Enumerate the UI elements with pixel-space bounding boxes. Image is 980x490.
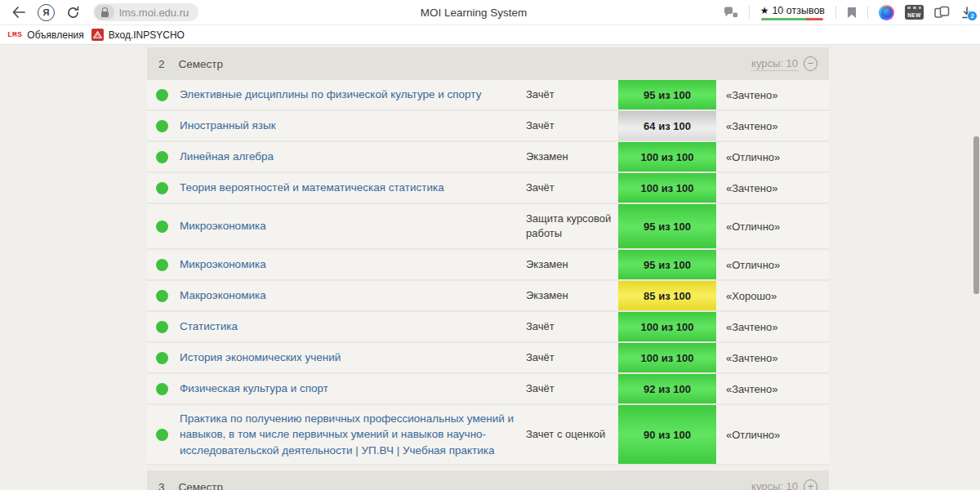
grade-text: «Отлично»	[726, 220, 780, 233]
bookmark-announcements[interactable]: LMS Объявления	[7, 29, 84, 41]
course-link[interactable]: Теория вероятностей и математическая ста…	[180, 175, 526, 201]
course-link[interactable]: Физическая культура и спорт	[180, 376, 526, 402]
address-bar[interactable]: lms.moi.edu.ru	[93, 3, 198, 21]
course-link[interactable]: Макроэкономика	[180, 283, 526, 309]
toolbar-divider	[749, 6, 750, 19]
semester-2-header: 2 Семестр курсы: 10 −	[147, 47, 829, 80]
score-cell: 90 из 100	[618, 405, 716, 464]
assessment-type: Зачёт	[526, 381, 616, 396]
star-icon: ★	[760, 5, 769, 16]
score-cell: 92 из 100	[618, 374, 716, 403]
feedback-button[interactable]	[724, 6, 738, 19]
grade-text: «Зачтено»	[726, 89, 777, 101]
status-dot-icon	[156, 290, 168, 302]
side-panels-button[interactable]	[934, 6, 950, 19]
semester-number: 2	[158, 58, 165, 70]
reviews-count-label: 10 отзывов	[772, 5, 825, 16]
grade-text: «Зачтено»	[726, 120, 777, 132]
status-dot-icon	[156, 383, 168, 395]
grade-text: «Хорошо»	[726, 290, 777, 302]
page-title: MOI Learning System	[245, 7, 702, 19]
course-link[interactable]: Элективные дисциплины по физической куль…	[180, 82, 526, 108]
status-dot-icon	[156, 151, 168, 163]
course-table-body: Элективные дисциплины по физической куль…	[147, 80, 829, 466]
grade-text: «Отлично»	[726, 259, 780, 271]
assessment-type: Защита курсовой работы	[526, 212, 616, 240]
course-link[interactable]: Микроэкономика	[180, 252, 526, 278]
assessment-type: Зачёт	[526, 180, 616, 195]
grade-text: «Зачтено»	[726, 383, 777, 395]
bookmark-label: Объявления	[27, 29, 83, 41]
browser-protect-icon[interactable]	[879, 5, 894, 20]
score-cell: 85 из 100	[618, 281, 716, 310]
reviews-rating[interactable]: ★ 10 отзывов	[760, 5, 825, 20]
video-new-button[interactable]: NEW	[905, 5, 924, 20]
courses-count-link[interactable]: курсы: 10	[751, 57, 798, 71]
bookmark-button[interactable]	[847, 7, 857, 19]
course-row: Элективные дисциплины по физической куль…	[147, 80, 829, 111]
semester-number: 3	[158, 481, 165, 490]
score-cell: 95 из 100	[618, 80, 716, 109]
back-arrow-icon	[11, 6, 26, 19]
course-link[interactable]: История экономических учений	[180, 345, 526, 371]
bookmark-inpsycho[interactable]: Вход.INPSYCHO	[91, 29, 185, 41]
status-dot-icon	[156, 89, 168, 101]
course-link[interactable]: Микроэкономика	[180, 213, 526, 239]
grade-text: «Зачтено»	[726, 182, 777, 194]
vertical-scrollbar-thumb[interactable]	[973, 136, 979, 294]
status-dot-icon	[156, 352, 168, 364]
course-row: Линейная алгебра Экзамен 100 из 100 «Отл…	[147, 142, 829, 173]
toolbar-divider	[867, 6, 868, 19]
lms-favicon: LMS	[7, 30, 22, 39]
course-link[interactable]: Статистика	[180, 314, 526, 340]
ssl-lock-chip	[95, 5, 114, 20]
lock-icon	[101, 11, 109, 17]
course-row: Макроэкономика Экзамен 85 из 100 «Хорошо…	[147, 281, 829, 312]
assessment-type: Зачёт	[526, 87, 616, 102]
feedback-tags-icon	[724, 6, 738, 19]
assessment-type: Зачёт	[526, 319, 616, 334]
course-link[interactable]: Иностранный язык	[180, 113, 526, 139]
semester-label: Семестр	[179, 58, 224, 70]
collapse-section-button[interactable]: −	[804, 56, 817, 71]
downloads-button[interactable]: 2	[960, 7, 973, 19]
refresh-button[interactable]	[66, 6, 80, 20]
assessment-type: Зачёт	[526, 350, 616, 365]
course-link[interactable]: Линейная алгебра	[180, 144, 526, 170]
status-dot-icon	[156, 120, 168, 132]
course-row: Теория вероятностей и математическая ста…	[147, 173, 829, 204]
status-dot-icon	[156, 182, 168, 194]
url-text: lms.moi.edu.ru	[119, 7, 189, 19]
score-cell: 64 из 100	[618, 111, 716, 140]
semester-grades-table: 2 Семестр курсы: 10 − Элективные дисципл…	[147, 47, 829, 490]
bookmark-label: Вход.INPSYCHO	[109, 29, 185, 41]
grade-text: «Зачтено»	[726, 352, 777, 364]
score-cell: 95 из 100	[618, 204, 716, 248]
grade-text: «Отлично»	[726, 151, 780, 163]
score-cell: 100 из 100	[618, 312, 716, 341]
course-row: История экономических учений Зачёт 100 и…	[147, 343, 829, 374]
panels-icon	[934, 6, 950, 19]
course-row: Иностранный язык Зачёт 64 из 100 «Зачтен…	[147, 111, 829, 142]
semester-label: Семестр	[179, 481, 224, 490]
course-link[interactable]: Практика по получению первичных професси…	[180, 406, 526, 464]
score-cell: 95 из 100	[618, 250, 716, 279]
expand-section-button[interactable]: +	[804, 479, 817, 490]
course-row: Практика по получению первичных професси…	[147, 405, 829, 466]
assessment-type: Зачет с оценкой	[526, 427, 616, 442]
grade-text: «Зачтено»	[726, 321, 777, 333]
course-row: Физическая культура и спорт Зачёт 92 из …	[147, 374, 829, 405]
assessment-type: Экзамен	[526, 257, 616, 272]
courses-count-link[interactable]: курсы: 10	[751, 480, 798, 490]
status-dot-icon	[156, 321, 168, 333]
assessment-type: Экзамен	[526, 288, 616, 303]
score-cell: 100 из 100	[618, 343, 716, 372]
status-dot-icon	[156, 429, 168, 441]
course-row: Микроэкономика Защита курсовой работы 95…	[147, 204, 829, 250]
bookmark-icon	[847, 7, 857, 19]
assessment-type: Экзамен	[526, 149, 616, 164]
back-button[interactable]	[11, 6, 26, 19]
yandex-logo-icon[interactable]: Я	[38, 4, 55, 21]
refresh-icon	[66, 6, 80, 20]
course-row: Микроэкономика Экзамен 95 из 100 «Отличн…	[147, 250, 829, 281]
